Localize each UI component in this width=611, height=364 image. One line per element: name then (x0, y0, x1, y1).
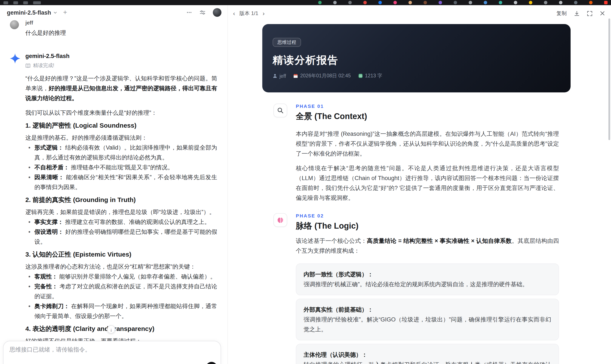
app-status-icon[interactable] (604, 1, 608, 4)
phase-label: PHASE 02 (296, 213, 559, 219)
word-count-icon (358, 74, 363, 78)
artifact-header: ‹ 版本 1/1 › 复制 (228, 5, 611, 22)
reading-status: 精读完成! (25, 62, 217, 69)
version-nav: ‹ 版本 1/1 › (233, 10, 265, 17)
section-desc: 这涉及推理者的心态和方法论，也是区分“杠精”和“思想家”的关键： (25, 262, 217, 272)
user-message: jeff 什么是好的推理 (10, 20, 217, 37)
book-icon (25, 63, 30, 68)
assistant-message: gemini-2.5-flash 精读完成! “什么是好的推理？”这是一个涉及逻… (10, 53, 217, 364)
app-status-icon[interactable] (529, 1, 532, 4)
chat-composer[interactable]: 思维接口已就绪，请传输指令。 (3, 341, 221, 364)
app-status-icon[interactable] (484, 1, 487, 4)
list-item: 形式逻辑： 结构必须有效（Valid）。比如演绎推理中，如果前提全部为真，那么通… (34, 143, 217, 162)
user-avatar[interactable] (213, 8, 221, 17)
app-status-icon[interactable] (499, 1, 502, 4)
next-version-button[interactable]: › (263, 11, 265, 16)
app-status-icon[interactable] (574, 1, 577, 4)
gemini-star-icon (10, 53, 25, 64)
model-selector[interactable]: gemini-2.5-flash (7, 9, 51, 16)
screen: gemini-2.5-flash + (0, 0, 611, 364)
app-status-icon[interactable] (318, 1, 322, 4)
phase-label: PHASE 01 (296, 104, 559, 109)
copy-button[interactable]: 复制 (556, 10, 567, 17)
artifact-panel: ‹ 版本 1/1 › 复制 (228, 5, 611, 364)
section-desc: 逻辑再完美，如果前提是错误的，推理也是垃圾（即“垃圾进，垃圾出”）。 (25, 207, 217, 217)
menubar-app-icon[interactable] (13, 1, 18, 4)
menubar-app-icon[interactable] (23, 1, 28, 4)
dimension-card: 主体伦理（认识美德）： 转向推理者的心理特征。引入奥卡姆剃刀和反向论证，旨在克服… (296, 344, 559, 364)
menubar-app-icon[interactable] (3, 1, 8, 4)
app-status-icon[interactable] (544, 1, 547, 4)
prev-version-button[interactable]: ‹ (233, 11, 235, 16)
more-options-icon[interactable] (186, 10, 192, 15)
app-status-icon[interactable] (469, 1, 472, 4)
download-icon[interactable] (574, 11, 580, 16)
list-item: 不自相矛盾： 推理链条中不能出现“既是又非”的情况。 (34, 162, 217, 172)
app-status-icon[interactable] (454, 1, 457, 4)
fullscreen-icon[interactable] (587, 11, 593, 16)
scroll-to-bottom-button[interactable]: ↓ (107, 325, 115, 334)
card-text: 强调推理的“机械正确”。结论必须在给定的规则系统内逻辑自洽，这是推理的硬件基础。 (304, 279, 551, 289)
app-status-icon[interactable] (559, 1, 562, 4)
message-author: gemini-2.5-flash (25, 53, 217, 59)
app-status-icon[interactable] (333, 1, 337, 4)
chat-scroll-area[interactable]: jeff 什么是好的推理 (0, 20, 227, 364)
section-heading: 3. 认知的公正性 (Epistemic Virtues) (25, 250, 217, 258)
app-status-icon[interactable] (348, 1, 352, 4)
app-status-icon[interactable] (409, 1, 412, 4)
bullet-list: 形式逻辑： 结构必须有效（Valid）。比如演绎推理中，如果前提全部为真，那么通… (25, 143, 217, 192)
card-text: 转向推理者的心理特征。引入奥卡姆剃刀和反向论证，旨在克服人类（或机器）天然存在的… (304, 360, 551, 364)
chevron-down-icon[interactable] (53, 11, 57, 14)
scrollbar-thumb[interactable] (608, 18, 610, 140)
avatar (10, 20, 19, 29)
chat-panel: gemini-2.5-flash + (0, 5, 228, 364)
bullet-list: 事实支撑： 推理建立在可靠的数据、准确的观测或公认的真理之上。 假设透明： 好的… (25, 217, 217, 247)
menubar (0, 0, 611, 5)
menubar-status-icons (318, 1, 608, 4)
brain-icon (273, 213, 287, 227)
report-hero-card: 思维过程 精读分析报告 jeff (262, 24, 571, 92)
magnifier-icon (273, 104, 287, 117)
report-meta: jeff 2026年01月08日 02:45 (273, 73, 560, 79)
card-text: 强调推理的“经验校准”。解决“GIGO（垃圾进，垃圾出）”问题，确保推理引擎运行… (304, 315, 551, 334)
app-window: gemini-2.5-flash + (0, 5, 611, 364)
section-heading: 2. 前提的真实性 (Grounding in Truth) (25, 196, 217, 203)
assistant-paragraph: 我们可以从以下四个维度来衡量什么是“好的推理”： (25, 108, 217, 118)
app-status-icon[interactable] (378, 1, 382, 4)
app-status-icon[interactable] (438, 1, 442, 4)
report-title: 精读分析报告 (273, 54, 560, 67)
phase-section: PHASE 02 脉络 (The Logic) 该论述基于一个核心公式：高质量结… (262, 213, 571, 364)
assistant-paragraph: “什么是好的推理？”这是一个涉及逻辑学、认知科学和哲学核心的问题。简单来说，好的… (25, 74, 217, 103)
app-status-icon[interactable] (514, 1, 517, 4)
phase-paragraph: 本内容是对“推理 (Reasoning)”这一抽象概念的高层建模。在知识爆炸与人… (296, 129, 559, 159)
settings-sliders-icon[interactable] (199, 10, 206, 15)
chat-input[interactable]: 思维接口已就绪，请传输指令。 (10, 346, 214, 353)
dimension-cards: 内部一致性（形式逻辑）： 强调推理的“机械正确”。结论必须在给定的规则系统内逻辑… (296, 263, 559, 364)
app-status-icon[interactable] (363, 1, 367, 4)
card-title: 主体伦理（认识美德）： (304, 350, 551, 360)
dimension-card: 内部一致性（形式逻辑）： 强调推理的“机械正确”。结论必须在给定的规则系统内逻辑… (296, 263, 559, 295)
artifact-scroll-area[interactable]: 思维过程 精读分析报告 jeff (228, 22, 611, 364)
list-item: 事实支撑： 推理建立在可靠的数据、准确的观测或公认的真理之上。 (34, 217, 217, 227)
app-status-icon[interactable] (393, 1, 397, 4)
card-title: 内部一致性（形式逻辑）： (304, 270, 551, 279)
list-item: 假设透明： 好的推理会明确指明哪些是已知事实，哪些是基于可能的假设。 (34, 227, 217, 247)
list-item: 完备性： 考虑了对立的观点和潜在的反证，而不是只选择支持自己结论的证据。 (34, 282, 217, 301)
close-icon[interactable] (600, 11, 605, 16)
card-title: 外部真实性（前提基础）： (304, 305, 551, 315)
phase-title: 脉络 (The Logic) (296, 221, 559, 231)
app-status-icon[interactable] (424, 1, 427, 4)
voice-input-button[interactable] (206, 362, 217, 364)
app-status-icon[interactable] (589, 1, 593, 4)
phase-title: 全景 (The Context) (296, 111, 559, 122)
version-label: 版本 1/1 (239, 10, 258, 17)
phase-paragraph: 核心情境在于解决“思考的随意性”问题。不论是人类通过批判性思维进行决策，还是大语… (296, 163, 559, 203)
section-heading: 4. 表达的透明度 (Clarity and Transparency) (25, 325, 217, 332)
phase-section: PHASE 01 全景 (The Context) 本内容是对“推理 (Reas… (262, 104, 571, 203)
new-chat-button[interactable]: + (63, 10, 67, 15)
list-item: 因果清晰： 能准确区分“相关性”和“因果关系”，不会轻率地将先后发生的事情归为因… (34, 172, 217, 192)
section-heading: 1. 逻辑的严密性 (Logical Soundness) (25, 122, 217, 129)
report-badge: 思维过程 (273, 38, 301, 47)
menubar-app-icon[interactable] (33, 1, 41, 4)
menubar-left-icons (3, 1, 41, 4)
